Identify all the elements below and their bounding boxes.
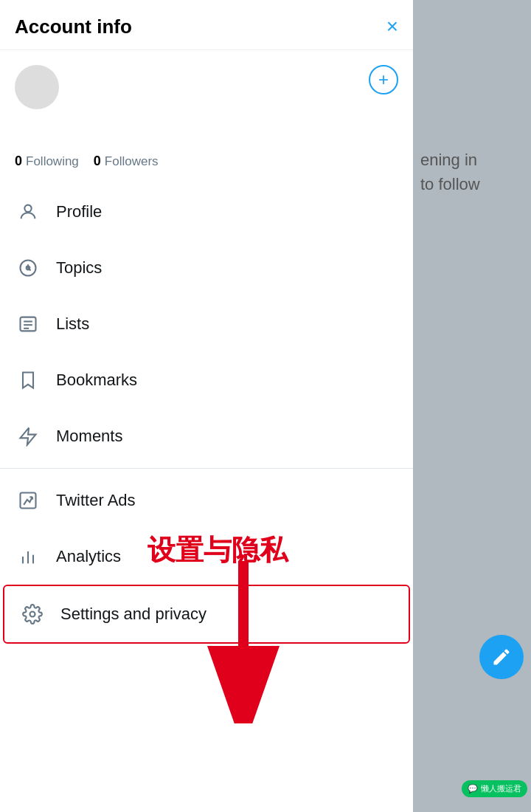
avatar-area: +: [0, 50, 413, 102]
wechat-icon: 💬: [468, 784, 478, 794]
bookmarks-label: Bookmarks: [56, 371, 137, 390]
menu-list: Profile Topics: [0, 184, 413, 812]
analytics-label: Analytics: [56, 547, 121, 566]
menu-item-settings[interactable]: Settings and privacy: [3, 585, 410, 644]
person-icon: [15, 199, 41, 225]
ads-icon: [15, 487, 41, 514]
following-count: 0: [15, 154, 22, 169]
bookmark-icon: [15, 367, 41, 393]
analytics-icon: [15, 543, 41, 570]
followers-count: 0: [94, 154, 101, 169]
right-text-line2: to follow: [420, 172, 480, 196]
compose-fab-button[interactable]: [479, 635, 524, 679]
profile-label: Profile: [56, 202, 102, 221]
topics-label: Topics: [56, 258, 102, 278]
stats-row: 0 Following 0 Followers: [15, 154, 398, 169]
drawer-header: Account info ×: [0, 0, 413, 50]
menu-item-profile[interactable]: Profile: [0, 184, 413, 240]
lightning-icon: [15, 423, 41, 450]
menu-item-analytics[interactable]: Analytics: [0, 529, 413, 585]
menu-item-moments[interactable]: Moments: [0, 408, 413, 464]
followers-label: Followers: [105, 154, 159, 169]
gear-icon: [19, 601, 46, 627]
close-button[interactable]: ×: [386, 15, 398, 38]
wechat-label: 懒人搬运君: [481, 783, 521, 794]
lists-icon: [15, 311, 41, 337]
settings-label: Settings and privacy: [60, 605, 206, 624]
menu-item-bookmarks[interactable]: Bookmarks: [0, 352, 413, 408]
right-text-line1: ening in: [420, 148, 480, 172]
avatar[interactable]: [15, 65, 59, 109]
followers-stat[interactable]: 0 Followers: [94, 154, 159, 169]
following-stat[interactable]: 0 Following: [15, 154, 79, 169]
topics-icon: [15, 255, 41, 281]
add-account-button[interactable]: +: [369, 65, 398, 94]
menu-item-topics[interactable]: Topics: [0, 240, 413, 296]
wechat-badge: 💬 懒人搬运君: [462, 780, 527, 797]
right-panel-text: ening in to follow: [420, 148, 480, 196]
menu-divider: [0, 468, 413, 469]
following-label: Following: [26, 154, 79, 169]
twitter-ads-label: Twitter Ads: [56, 491, 136, 510]
drawer-title: Account info: [15, 16, 132, 38]
svg-point-0: [24, 205, 31, 212]
menu-item-twitter-ads[interactable]: Twitter Ads: [0, 472, 413, 529]
svg-point-11: [30, 612, 35, 617]
menu-item-lists[interactable]: Lists: [0, 296, 413, 352]
lists-label: Lists: [56, 314, 89, 334]
stats-area: 0 Following 0 Followers: [0, 102, 413, 184]
right-panel: ening in to follow 💬 懒人搬运君: [413, 0, 531, 812]
moments-label: Moments: [56, 427, 122, 446]
